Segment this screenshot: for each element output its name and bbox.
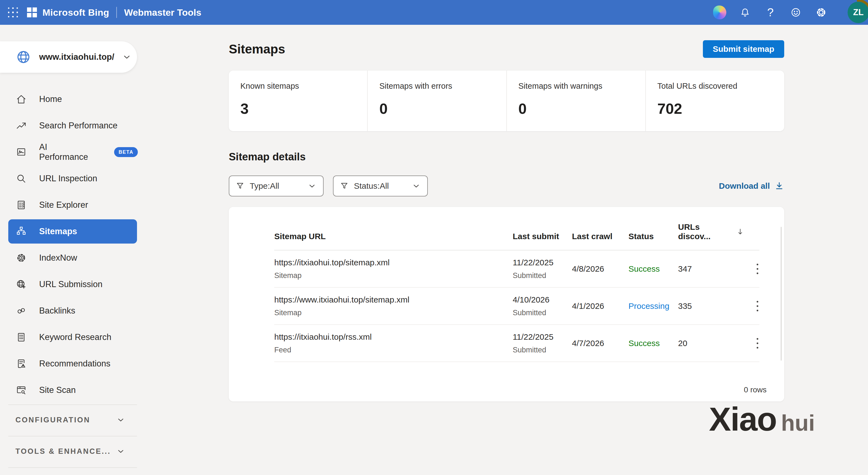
- table-scrollbar[interactable]: [781, 227, 782, 361]
- download-all-link[interactable]: Download all: [719, 181, 784, 191]
- site-selector[interactable]: www.itxiaohui.top/: [0, 41, 137, 73]
- app-launcher-waffle-icon[interactable]: [7, 6, 19, 19]
- sitemap-icon: [16, 226, 27, 237]
- home-icon: [16, 93, 27, 105]
- main-content: Sitemaps Submit sitemap Known sitemaps 3…: [229, 25, 784, 402]
- sidebar-item-site-scan[interactable]: Site Scan: [0, 377, 138, 403]
- product-title: Webmaster Tools: [124, 7, 201, 18]
- funnel-icon: [236, 181, 245, 191]
- urls-discovered-count: 20: [678, 339, 744, 348]
- table-footer-row-count: 0 rows: [744, 385, 767, 394]
- sort-descending-icon: [736, 228, 744, 236]
- submit-note: Submitted: [513, 309, 572, 317]
- help-icon[interactable]: ?: [764, 6, 777, 19]
- section-title-sitemap-details: Sitemap details: [229, 151, 784, 163]
- sidebar-item-recommendations[interactable]: Recommendations: [0, 350, 138, 377]
- topbar-actions: ? ZL: [713, 2, 865, 23]
- settings-gear-icon[interactable]: [814, 6, 828, 19]
- chevron-down-icon: [116, 415, 125, 424]
- site-explorer-icon: [16, 199, 27, 211]
- sidebar-item-backlinks[interactable]: Backlinks: [0, 297, 138, 324]
- download-icon: [774, 181, 784, 191]
- row-actions-kebab-icon[interactable]: [755, 261, 760, 277]
- chevron-down-icon: [412, 182, 421, 190]
- sidebar-section-tools-enhancements[interactable]: TOOLS & ENHANCE...: [0, 436, 138, 466]
- sidebar-item-site-explorer[interactable]: Site Explorer: [0, 192, 138, 218]
- stats-card: Known sitemaps 3 Sitemaps with errors 0 …: [229, 70, 784, 131]
- last-submit-date: 11/22/2025: [513, 332, 572, 342]
- last-crawl-date: 4/1/2026: [572, 302, 628, 311]
- status-label: Success: [628, 264, 678, 274]
- sitemap-type: Feed: [274, 346, 513, 354]
- sidebar-item-home[interactable]: Home: [0, 86, 138, 113]
- status-filter-dropdown[interactable]: Status:All: [333, 176, 428, 196]
- stat-known-sitemaps: Known sitemaps 3: [229, 70, 367, 131]
- funnel-icon: [340, 181, 349, 191]
- sidebar-item-search-performance[interactable]: Search Performance: [0, 113, 138, 139]
- submit-sitemap-button[interactable]: Submit sitemap: [703, 40, 784, 58]
- submit-note: Submitted: [513, 272, 572, 280]
- status-label: Processing: [628, 302, 678, 311]
- last-submit-date: 11/22/2025: [513, 258, 572, 267]
- last-submit-date: 4/10/2026: [513, 295, 572, 305]
- ai-chart-icon: [16, 146, 27, 158]
- column-header-last-crawl[interactable]: Last crawl: [572, 232, 628, 241]
- sitemap-url: https://itxiaohui.top/sitemap.xml: [274, 258, 513, 267]
- copilot-icon[interactable]: [713, 6, 726, 19]
- sitemaps-table-card: Sitemap URL Last submit Last crawl Statu…: [229, 207, 784, 402]
- row-actions-kebab-icon[interactable]: [755, 335, 760, 351]
- magnifier-icon: [16, 173, 27, 184]
- topbar-separator: [116, 7, 117, 18]
- sidebar-nav: Home Search Performance AI Performance B…: [0, 86, 138, 403]
- sidebar-item-keyword-research[interactable]: Keyword Research: [0, 324, 138, 350]
- brand-title: Microsoft Bing: [42, 7, 109, 18]
- sidebar: www.itxiaohui.top/ Home Search Performan…: [0, 25, 138, 468]
- table-row: https://www.itxiaohui.top/sitemap.xml Si…: [274, 288, 760, 325]
- notifications-bell-icon[interactable]: [739, 6, 752, 19]
- chevron-down-icon: [122, 52, 131, 62]
- globe-icon: [16, 49, 31, 65]
- chevron-down-icon: [116, 447, 125, 456]
- sidebar-item-ai-performance[interactable]: AI Performance BETA: [0, 139, 138, 165]
- doc-warning-icon: [16, 358, 27, 370]
- sidebar-item-sitemaps[interactable]: Sitemaps: [8, 219, 137, 244]
- keyword-doc-icon: [16, 331, 27, 343]
- last-crawl-date: 4/7/2026: [572, 339, 628, 348]
- indexnow-gear-icon: [16, 252, 27, 264]
- stat-total-urls-discovered: Total URLs discovered 702: [645, 70, 784, 131]
- column-header-last-submit[interactable]: Last submit: [513, 232, 572, 241]
- stat-sitemaps-with-errors: Sitemaps with errors 0: [367, 70, 506, 131]
- type-filter-dropdown[interactable]: Type:All: [229, 176, 323, 196]
- table-row: https://itxiaohui.top/sitemap.xml Sitema…: [274, 250, 760, 288]
- site-name: www.itxiaohui.top/: [39, 52, 114, 62]
- row-actions-kebab-icon[interactable]: [755, 298, 760, 314]
- stat-sitemaps-with-warnings: Sitemaps with warnings 0: [506, 70, 645, 131]
- column-header-sitemap-url[interactable]: Sitemap URL: [274, 232, 513, 241]
- submit-note: Submitted: [513, 346, 572, 354]
- avatar-initials: ZL: [853, 7, 864, 18]
- chain-link-icon: [16, 305, 27, 317]
- column-header-urls-discovered[interactable]: URLs discov...: [678, 222, 744, 241]
- sidebar-item-url-inspection[interactable]: URL Inspection: [0, 165, 138, 192]
- filter-row: Type:All Status:All Download all: [229, 176, 784, 196]
- sitemap-url: https://itxiaohui.top/rss.xml: [274, 332, 513, 342]
- column-header-status[interactable]: Status: [628, 232, 678, 241]
- last-crawl-date: 4/8/2026: [572, 264, 628, 274]
- user-avatar[interactable]: ZL: [847, 2, 868, 23]
- sidebar-item-url-submission[interactable]: URL Submission: [0, 271, 138, 297]
- sitemap-url: https://www.itxiaohui.top/sitemap.xml: [274, 295, 513, 305]
- sidebar-divider: [8, 467, 137, 468]
- sidebar-section-configuration[interactable]: CONFIGURATION: [0, 405, 138, 435]
- page-title: Sitemaps: [229, 41, 285, 57]
- table-row: https://itxiaohui.top/rss.xml Feed 11/22…: [274, 325, 760, 362]
- feedback-smiley-icon[interactable]: [789, 6, 802, 19]
- trend-icon: [16, 120, 27, 131]
- urls-discovered-count: 335: [678, 302, 744, 311]
- urls-discovered-count: 347: [678, 264, 744, 274]
- microsoft-logo-icon: [27, 7, 37, 18]
- sidebar-item-indexnow[interactable]: IndexNow: [0, 245, 138, 271]
- beta-badge: BETA: [114, 147, 138, 157]
- chevron-down-icon: [308, 182, 316, 190]
- globe-plus-icon: [16, 279, 27, 290]
- sitemap-type: Sitemap: [274, 309, 513, 317]
